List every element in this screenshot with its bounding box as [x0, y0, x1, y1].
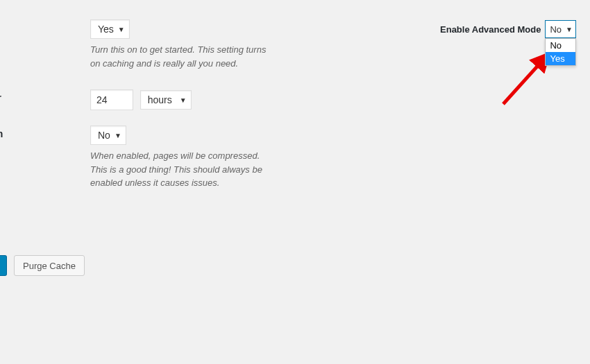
button-row: Purge Cache [0, 255, 85, 276]
expire-unit-select[interactable]: hours ▼ [140, 90, 192, 110]
setting-row-compression: ession No ▼ When enabled, pages will be … [0, 125, 333, 190]
chevron-down-icon: ▼ [180, 96, 187, 104]
expire-value-input[interactable] [90, 89, 133, 110]
compression-select-value: No [98, 130, 110, 141]
advanced-mode-label: Enable Advanced Mode [440, 24, 541, 35]
advanced-mode-dropdown[interactable]: No Yes [545, 38, 576, 66]
advanced-mode-value: No [550, 24, 562, 35]
primary-button-partial[interactable] [0, 255, 7, 276]
chevron-down-icon: ▼ [566, 26, 573, 33]
compression-help-text: When enabled, pages will be compressed. … [90, 149, 271, 190]
advanced-mode-control: Enable Advanced Mode No ▼ No Yes [440, 20, 576, 38]
caching-select[interactable]: Yes ▼ [90, 19, 130, 39]
chevron-down-icon: ▼ [118, 26, 125, 33]
expire-label: e after [0, 89, 90, 110]
settings-form: hing Yes ▼ Turn this on to get started. … [0, 19, 333, 209]
caching-label: hing [0, 19, 90, 70]
advanced-mode-select[interactable]: No ▼ [545, 20, 576, 38]
advanced-mode-select-group: No ▼ No Yes [545, 20, 576, 38]
setting-row-expire: e after hours ▼ [0, 89, 333, 110]
setting-row-caching: hing Yes ▼ Turn this on to get started. … [0, 19, 333, 70]
caching-help-text: Turn this on to get started. This settin… [90, 43, 271, 70]
caching-field: Yes ▼ Turn this on to get started. This … [90, 19, 333, 70]
compression-select[interactable]: No ▼ [90, 125, 126, 145]
compression-field: No ▼ When enabled, pages will be compres… [90, 125, 333, 190]
compression-label: ession [0, 125, 90, 190]
chevron-down-icon: ▼ [115, 132, 121, 139]
svg-line-0 [503, 54, 548, 104]
expire-unit-value: hours [148, 94, 172, 105]
advanced-mode-option-yes[interactable]: Yes [546, 52, 575, 65]
purge-cache-label: Purge Cache [23, 261, 76, 271]
purge-cache-button[interactable]: Purge Cache [14, 255, 85, 276]
advanced-mode-option-no[interactable]: No [546, 39, 575, 52]
caching-select-value: Yes [98, 24, 114, 35]
expire-field: hours ▼ [90, 89, 333, 110]
